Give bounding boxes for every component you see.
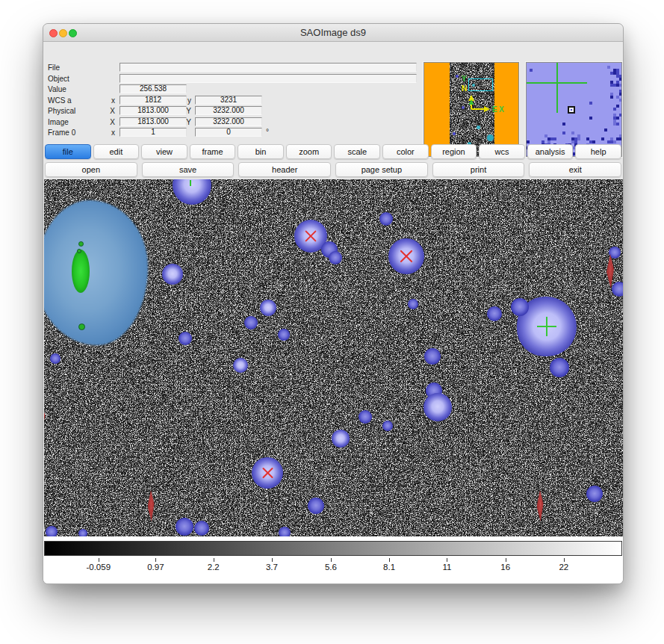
info-field-2[interactable]: 0 (195, 128, 262, 137)
colorbar-tick (155, 558, 156, 562)
magnifier-noise-pixel (592, 140, 595, 143)
info-label: Value (48, 84, 66, 94)
info-sublabel-1: x (96, 128, 115, 137)
info-sublabel-1: X (96, 117, 115, 127)
star-blob (329, 251, 342, 264)
magnifier-crosshair-vertical (556, 63, 558, 113)
star-blob (511, 298, 529, 316)
image-display[interactable] (44, 179, 624, 536)
info-field-object[interactable] (120, 74, 417, 83)
menu-button-zoom[interactable]: zoom (286, 144, 332, 159)
magnifier-noise-pixel (619, 78, 622, 81)
magnifier-noise-pixel (562, 131, 565, 134)
colorbar-tick-label: 0.97 (147, 563, 164, 572)
info-field-file[interactable] (120, 63, 417, 72)
menu-row-1: fileeditviewframebinzoomscalecolorregion… (45, 144, 621, 160)
magnifier-noise-pixel (601, 137, 604, 140)
star-blob (586, 486, 603, 502)
colorbar-tick-label: 3.7 (266, 563, 278, 572)
green-marker-dot (78, 323, 85, 330)
menu-button-page-setup[interactable]: page setup (335, 162, 428, 177)
info-field-2[interactable]: 3231 (195, 96, 262, 105)
star-blob (179, 332, 192, 345)
menu-button-color[interactable]: color (382, 144, 429, 159)
info-label: File (48, 63, 60, 72)
info-label: Image (48, 117, 69, 127)
x-region-marker[interactable] (261, 466, 275, 480)
magnifier-noise-pixel (619, 114, 622, 117)
colorbar-tick (564, 558, 565, 562)
star-blob (382, 421, 393, 431)
panner[interactable]: Y N E X (423, 62, 519, 157)
magnifier-noise-pixel (589, 102, 592, 105)
saturated-core-green (72, 250, 90, 293)
star-blob (612, 282, 624, 297)
colorbar-panel: -0.0590.972.23.75.68.1111622 (43, 536, 623, 584)
green-marker-dot (78, 241, 84, 247)
magnifier[interactable] (526, 62, 622, 157)
magnifier-noise-pixel (616, 105, 619, 108)
titlebar[interactable]: SAOImage ds9 (43, 24, 623, 42)
app-window: SAOImage ds9 FileObjectValue256.538WCS a… (43, 23, 624, 584)
star-blob (279, 527, 291, 536)
menu-button-open[interactable]: open (45, 162, 137, 177)
magnifier-noise-pixel (607, 66, 610, 69)
colorbar-tick (214, 558, 214, 562)
menu-button-wcs[interactable]: wcs (479, 144, 525, 159)
saturated-region (44, 200, 148, 345)
magnifier-noise-pixel (616, 123, 619, 126)
compass-label-x: X (499, 105, 504, 114)
star-blob (244, 316, 258, 329)
star-blob (78, 529, 87, 536)
menu-button-region[interactable]: region (431, 144, 477, 159)
menu-button-frame[interactable]: frame (190, 144, 236, 159)
star-blob (424, 348, 441, 365)
x-region-marker[interactable] (303, 229, 318, 244)
menu-button-view[interactable]: view (141, 144, 187, 159)
colorbar-ticks: -0.0590.972.23.75.68.1111622 (44, 557, 622, 582)
colorbar-tick-label: 8.1 (383, 563, 395, 572)
colorbar-tick-label: 16 (500, 563, 510, 572)
x-region-marker[interactable] (398, 248, 415, 264)
colorbar-tick (506, 558, 506, 562)
info-field-value[interactable]: 256.538 (120, 84, 187, 93)
star-blob (233, 358, 248, 373)
magnifier-noise-pixel (577, 137, 580, 140)
menu-button-save[interactable]: save (142, 162, 235, 177)
compass-label-e: E (492, 105, 497, 114)
menu-button-print[interactable]: print (432, 162, 525, 177)
info-label: WCS a (48, 96, 72, 105)
colorbar-tick (447, 558, 447, 562)
magnifier-noise-pixel (613, 140, 616, 143)
star-blob (332, 430, 350, 448)
magnifier-noise-pixel (604, 129, 607, 131)
magnifier-noise-pixel (527, 140, 530, 143)
menu-button-scale[interactable]: scale (334, 144, 380, 159)
star-blob (278, 329, 290, 341)
menu-row-2: opensaveheaderpage setupprintexit (45, 162, 621, 178)
star-blob (46, 526, 58, 536)
green-marker-dot (77, 249, 81, 253)
menu-button-header[interactable]: header (238, 162, 331, 177)
colorbar-tick-label: 22 (559, 563, 568, 572)
menu-button-exit[interactable]: exit (529, 162, 621, 177)
magnifier-noise-pixel (562, 123, 565, 126)
info-sublabel-1: x (96, 96, 115, 105)
star-blob (379, 212, 393, 226)
info-label: Frame 0 (48, 128, 75, 137)
menu-button-edit[interactable]: edit (93, 144, 140, 159)
menu-button-bin[interactable]: bin (238, 144, 284, 159)
star-blob (176, 518, 193, 536)
colorbar-gradient[interactable] (44, 541, 622, 556)
colorbar-tick (389, 558, 390, 562)
info-field-2[interactable]: 3232.000 (195, 117, 262, 126)
crosshair-marker[interactable] (537, 317, 556, 336)
info-field-1[interactable]: 1 (120, 128, 187, 137)
info-field-2[interactable]: 3232.000 (195, 106, 262, 115)
info-label: Physical (48, 106, 75, 116)
info-panel: FileObjectValue256.538WCS ax1812y3231Phy… (43, 42, 623, 143)
compass-label-n: N (462, 84, 467, 93)
menu-button-help[interactable]: help (575, 144, 621, 159)
menu-button-analysis[interactable]: analysis (527, 144, 574, 159)
menu-button-file[interactable]: file (45, 144, 91, 159)
